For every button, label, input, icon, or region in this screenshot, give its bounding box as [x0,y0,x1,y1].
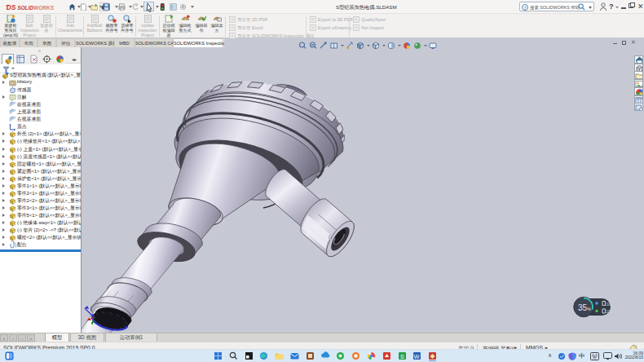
svg-text:100: 100 [607,302,613,307]
svg-text:100: 100 [607,310,613,314]
svg-text:S: S [400,353,404,359]
svg-text:W: W [414,353,420,359]
